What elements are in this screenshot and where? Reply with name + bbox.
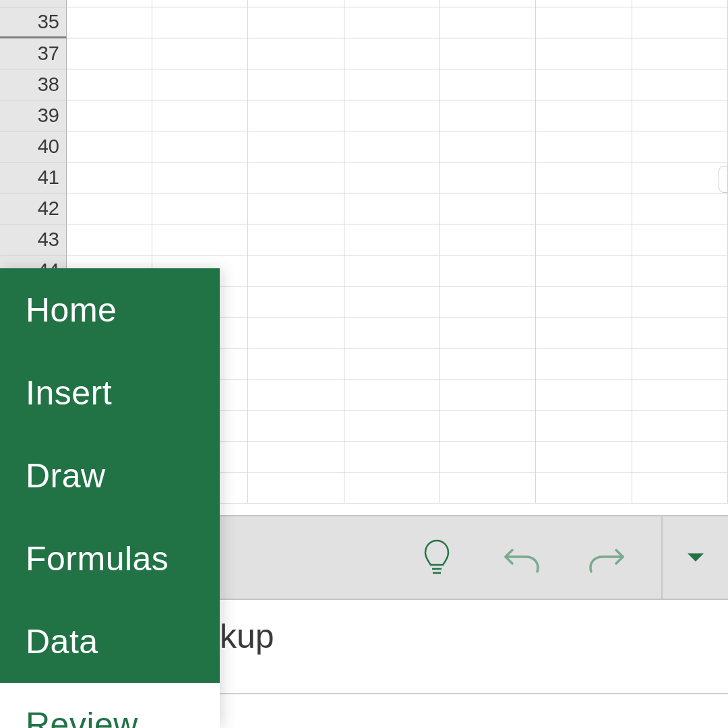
cell[interactable] xyxy=(440,224,536,255)
cell[interactable] xyxy=(632,100,728,131)
cell[interactable] xyxy=(344,411,440,442)
cell[interactable] xyxy=(536,442,632,473)
cell[interactable] xyxy=(536,286,632,317)
cell[interactable] xyxy=(248,193,344,224)
cell[interactable] xyxy=(536,255,632,286)
cell[interactable] xyxy=(248,69,344,100)
cell[interactable] xyxy=(536,100,632,131)
cell[interactable] xyxy=(440,38,536,69)
row-header[interactable]: 43 xyxy=(0,224,67,255)
cell[interactable] xyxy=(440,380,536,411)
menu-item-draw[interactable]: Draw xyxy=(0,434,220,517)
cell[interactable] xyxy=(440,7,536,38)
cell[interactable] xyxy=(344,193,440,224)
ideas-button[interactable] xyxy=(394,515,479,600)
cell[interactable] xyxy=(632,193,728,224)
cell[interactable] xyxy=(632,286,728,317)
cell[interactable] xyxy=(344,69,440,100)
row-header[interactable]: 42 xyxy=(0,193,67,224)
menu-item-data[interactable]: Data xyxy=(0,600,220,683)
cell[interactable] xyxy=(248,380,344,411)
cell[interactable] xyxy=(344,255,440,286)
toolbar-more-dropdown[interactable] xyxy=(663,515,728,600)
cell[interactable] xyxy=(248,255,344,286)
row-header[interactable]: 35 xyxy=(0,7,67,38)
cell[interactable] xyxy=(440,0,536,7)
cell[interactable] xyxy=(344,38,440,69)
cell[interactable] xyxy=(440,255,536,286)
row-header[interactable]: 38 xyxy=(0,69,67,100)
cell[interactable] xyxy=(536,224,632,255)
undo-button[interactable] xyxy=(479,515,564,600)
menu-item-review[interactable]: Review xyxy=(0,683,220,728)
cell[interactable] xyxy=(152,162,248,193)
cell[interactable] xyxy=(632,442,728,473)
menu-item-formulas[interactable]: Formulas xyxy=(0,517,220,600)
cell[interactable] xyxy=(440,162,536,193)
cell[interactable] xyxy=(536,473,632,504)
cell[interactable] xyxy=(67,7,152,38)
cell[interactable] xyxy=(67,38,152,69)
cell[interactable] xyxy=(67,162,152,193)
cell[interactable] xyxy=(632,7,728,38)
cell[interactable] xyxy=(536,7,632,38)
menu-item-home[interactable]: Home xyxy=(0,268,220,351)
cell[interactable] xyxy=(344,317,440,348)
cell[interactable] xyxy=(152,224,248,255)
cell[interactable] xyxy=(344,380,440,411)
cell[interactable] xyxy=(248,162,344,193)
cell[interactable] xyxy=(67,224,152,255)
cell[interactable] xyxy=(440,69,536,100)
cell[interactable] xyxy=(152,69,248,100)
cell[interactable] xyxy=(152,193,248,224)
cell[interactable] xyxy=(632,380,728,411)
cell[interactable] xyxy=(632,317,728,348)
cell[interactable] xyxy=(440,193,536,224)
cell[interactable] xyxy=(632,162,728,193)
cell[interactable] xyxy=(248,38,344,69)
cell[interactable] xyxy=(536,348,632,380)
cell[interactable] xyxy=(67,0,152,7)
cell[interactable] xyxy=(248,224,344,255)
cell[interactable] xyxy=(67,69,152,100)
row-header[interactable]: 41 xyxy=(0,162,67,193)
scroll-indicator[interactable] xyxy=(719,166,728,193)
cell[interactable] xyxy=(536,317,632,348)
cell[interactable] xyxy=(632,69,728,100)
cell[interactable] xyxy=(248,473,344,504)
cell[interactable] xyxy=(248,348,344,380)
cell[interactable] xyxy=(344,442,440,473)
cell[interactable] xyxy=(248,100,344,131)
cell[interactable] xyxy=(344,0,440,7)
cell[interactable] xyxy=(344,473,440,504)
row-header[interactable]: 34 xyxy=(0,0,67,7)
cell[interactable] xyxy=(248,7,344,38)
cell[interactable] xyxy=(440,442,536,473)
cell[interactable] xyxy=(67,193,152,224)
row-header[interactable]: 40 xyxy=(0,131,67,162)
cell[interactable] xyxy=(440,317,536,348)
row-header[interactable]: 39 xyxy=(0,100,67,131)
cell[interactable] xyxy=(344,162,440,193)
cell[interactable] xyxy=(440,286,536,317)
cell[interactable] xyxy=(536,380,632,411)
cell[interactable] xyxy=(248,442,344,473)
cell[interactable] xyxy=(248,317,344,348)
cell[interactable] xyxy=(632,255,728,286)
redo-button[interactable] xyxy=(564,515,649,600)
row-header[interactable]: 37 xyxy=(0,38,67,69)
cell[interactable] xyxy=(440,100,536,131)
cell[interactable] xyxy=(248,286,344,317)
cell[interactable] xyxy=(440,473,536,504)
cell[interactable] xyxy=(152,38,248,69)
cell[interactable] xyxy=(440,348,536,380)
cell[interactable] xyxy=(248,131,344,162)
cell[interactable] xyxy=(536,193,632,224)
cell[interactable] xyxy=(632,473,728,504)
cell[interactable] xyxy=(440,411,536,442)
cell[interactable] xyxy=(152,7,248,38)
cell[interactable] xyxy=(632,0,728,7)
cell[interactable] xyxy=(632,224,728,255)
menu-item-insert[interactable]: Insert xyxy=(0,351,220,434)
cell[interactable] xyxy=(248,0,344,7)
